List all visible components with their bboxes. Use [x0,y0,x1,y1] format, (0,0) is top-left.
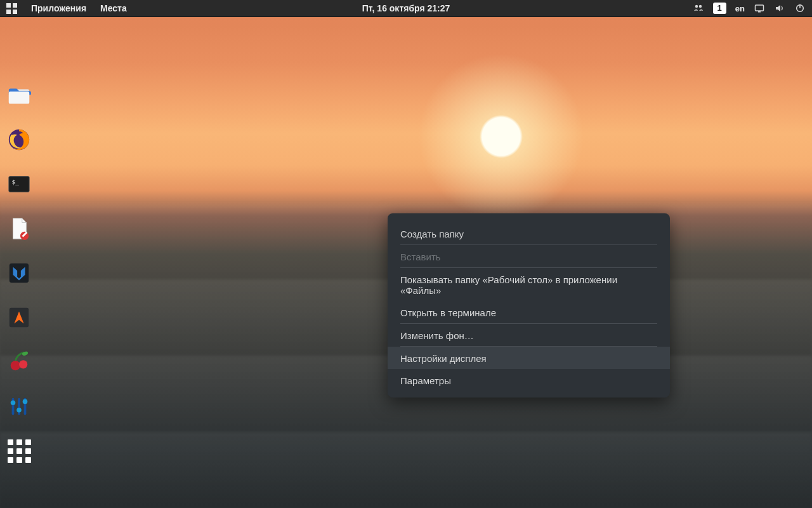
desktop-context-menu: Создать папку Вставить Показывать папку … [388,213,670,398]
burpsuite-icon[interactable] [6,305,32,330]
svg-rect-5 [799,4,801,8]
volume-icon[interactable] [774,3,785,14]
menu-item-display-settings[interactable]: Настройки дисплея [388,347,670,369]
menu-item-label: Вставить [400,251,441,262]
svg-point-16 [19,360,27,368]
screen-icon[interactable] [754,3,765,14]
keyboard-layout-indicator[interactable]: en [735,4,745,13]
menu-item-label: Открыть в терминале [400,307,496,318]
equalizer-icon[interactable] [6,394,32,419]
svg-point-15 [11,361,20,370]
cherrytree-icon[interactable] [6,349,32,375]
menu-item-show-desktop-in-files[interactable]: Показывать папку «Рабочий стол» в прилож… [388,268,670,301]
svg-point-17 [22,351,29,356]
terminal-icon[interactable]: $_ [6,171,32,197]
activities-button[interactable] [6,3,17,14]
menu-item-label: Параметры [400,375,451,386]
files-app-icon[interactable] [6,83,32,108]
places-menu[interactable]: Места [100,3,127,13]
menu-item-settings[interactable]: Параметры [388,369,670,391]
svg-point-0 [695,5,697,8]
svg-point-22 [16,408,22,413]
clock[interactable]: Пт, 16 октября 21:27 [362,3,450,13]
menu-item-open-terminal[interactable]: Открыть в терминале [388,301,670,323]
power-icon[interactable] [794,3,806,14]
menu-item-label: Создать папку [400,229,464,239]
metasploit-icon[interactable] [6,260,32,286]
show-apps-icon[interactable] [6,438,32,464]
top-panel: Приложения Места Пт, 16 октября 21:27 1 … [0,0,812,17]
menu-item-change-background[interactable]: Изменить фон… [388,324,670,346]
dock: $_ [6,83,32,464]
svg-point-21 [11,401,16,406]
workspace-indicator[interactable]: 1 [713,3,726,14]
accessibility-icon[interactable] [693,3,704,14]
svg-point-23 [23,399,28,404]
menu-item-paste: Вставить [388,245,670,267]
text-editor-icon[interactable] [6,216,32,241]
svg-rect-2 [756,5,764,11]
menu-item-label: Показывать папку «Рабочий стол» в прилож… [400,274,617,296]
menu-item-label: Настройки дисплея [400,353,487,364]
svg-text:$_: $_ [12,178,20,185]
svg-rect-3 [758,11,761,13]
firefox-icon[interactable] [6,127,32,152]
menu-item-new-folder[interactable]: Создать папку [388,222,670,244]
menu-item-label: Изменить фон… [400,330,474,341]
svg-point-1 [698,5,701,8]
applications-menu[interactable]: Приложения [31,3,86,13]
svg-rect-7 [9,91,29,104]
